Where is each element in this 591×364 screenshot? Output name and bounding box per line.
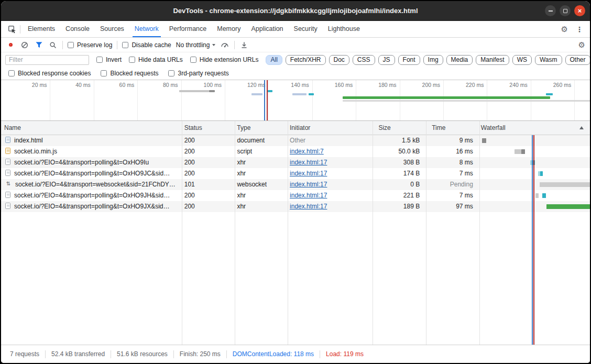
tab-lighthouse[interactable]: Lighthouse bbox=[323, 21, 365, 37]
waterfall-bar bbox=[542, 193, 546, 198]
filter-pill-font[interactable]: Font bbox=[398, 55, 420, 65]
overview-tick-label: 100 ms bbox=[190, 82, 222, 88]
requests-table-body: index.html200documentOther1.5 kB9 mssock… bbox=[1, 135, 590, 212]
blocked-response-cookies-label: Blocked response cookies bbox=[18, 70, 91, 77]
search-button[interactable] bbox=[48, 40, 58, 50]
tab-console[interactable]: Console bbox=[60, 21, 95, 37]
hide-data-urls-checkbox[interactable]: Hide data URLs bbox=[129, 56, 183, 63]
column-header-type[interactable]: Type bbox=[234, 121, 287, 135]
table-row[interactable]: socket.io/?EIO=4&transport=polling&t=OxH… bbox=[1, 201, 590, 212]
status-item: 52.4 kB transferred bbox=[46, 350, 111, 358]
column-header-waterfall[interactable]: Waterfall bbox=[478, 121, 590, 135]
column-header-name[interactable]: Name bbox=[1, 121, 181, 135]
overview-gridline bbox=[50, 80, 50, 120]
name-cell: socket.io/?EIO=4&transport=polling&t=OxH… bbox=[1, 190, 181, 201]
tab-memory[interactable]: Memory bbox=[212, 21, 246, 37]
column-header-status[interactable]: Status bbox=[181, 121, 234, 135]
script-icon bbox=[5, 148, 10, 154]
table-row[interactable]: ⇅socket.io/?EIO=4&transport=websocket&si… bbox=[1, 179, 590, 190]
filter-pill-wasm[interactable]: Wasm bbox=[535, 55, 562, 65]
filter-pill-fetch-xhr[interactable]: Fetch/XHR bbox=[286, 55, 326, 65]
initiator-link[interactable]: index.html:17 bbox=[290, 181, 327, 188]
filter-pill-css[interactable]: CSS bbox=[353, 55, 375, 65]
tab-security[interactable]: Security bbox=[289, 21, 323, 37]
minimize-button[interactable] bbox=[545, 5, 556, 16]
initiator-link[interactable]: index.html:17 bbox=[290, 159, 327, 166]
table-row[interactable]: socket.io/?EIO=4&transport=polling&t=OxH… bbox=[1, 157, 590, 168]
network-conditions-button[interactable] bbox=[220, 40, 229, 50]
preserve-log-checkbox[interactable]: Preserve log bbox=[68, 41, 112, 49]
hide-extension-urls-checkbox[interactable]: Hide extension URLs bbox=[190, 56, 259, 63]
blocked-response-cookies-checkbox[interactable]: Blocked response cookies bbox=[8, 70, 91, 77]
column-header-size[interactable]: Size bbox=[371, 121, 424, 135]
overview-tick-label: 240 ms bbox=[496, 82, 528, 88]
close-icon: × bbox=[578, 7, 582, 15]
tab-performance[interactable]: Performance bbox=[164, 21, 212, 37]
clear-button[interactable] bbox=[20, 40, 29, 50]
import-har-button[interactable] bbox=[239, 40, 249, 50]
waterfall-bar bbox=[546, 204, 590, 209]
table-row[interactable]: socket.io/?EIO=4&transport=polling&t=OxH… bbox=[1, 190, 590, 201]
overview-tick-label: 120 ms bbox=[234, 82, 265, 88]
waterfall-cell bbox=[478, 146, 590, 157]
tab-sources[interactable]: Sources bbox=[95, 21, 129, 37]
table-row[interactable]: index.html200documentOther1.5 kB9 ms bbox=[1, 135, 590, 146]
status-cell: 101 bbox=[181, 179, 234, 190]
table-row[interactable]: socket.io.min.js200scriptindex.html:750.… bbox=[1, 146, 590, 157]
checkbox-icon bbox=[68, 42, 74, 48]
filter-pill-other[interactable]: Other bbox=[565, 55, 590, 65]
filter-pill-img[interactable]: Img bbox=[423, 55, 443, 65]
filter-toggle-button[interactable] bbox=[34, 40, 43, 50]
initiator-link[interactable]: index.html:17 bbox=[290, 203, 327, 210]
timeline-overview[interactable]: 20 ms40 ms60 ms80 ms100 ms120 ms140 ms16… bbox=[1, 80, 590, 121]
time-cell: 16 ms bbox=[424, 146, 478, 157]
third-party-requests-checkbox[interactable]: 3rd-party requests bbox=[168, 70, 228, 77]
disable-cache-checkbox[interactable]: Disable cache bbox=[122, 41, 171, 49]
column-header-initiator[interactable]: Initiator bbox=[287, 121, 371, 135]
blocked-requests-checkbox[interactable]: Blocked requests bbox=[101, 70, 158, 77]
overview-bar bbox=[343, 100, 590, 102]
table-row[interactable]: socket.io/?EIO=4&transport=polling&t=OxH… bbox=[1, 168, 590, 179]
network-settings-gear-icon[interactable]: ⚙ bbox=[578, 41, 585, 49]
hide-data-urls-label: Hide data URLs bbox=[138, 56, 183, 63]
filter-pill-manifest[interactable]: Manifest bbox=[476, 55, 509, 65]
overview-bar bbox=[343, 96, 550, 99]
request-name: socket.io/?EIO=4&transport=polling&t=OxH… bbox=[14, 203, 169, 210]
maximize-button[interactable] bbox=[560, 5, 571, 16]
overview-tick-label: 180 ms bbox=[365, 82, 397, 88]
inspect-element-button[interactable] bbox=[4, 21, 20, 37]
overview-tick-label: 60 ms bbox=[103, 82, 134, 88]
initiator-link[interactable]: index.html:17 bbox=[290, 192, 327, 199]
settings-gear-icon[interactable]: ⚙ bbox=[561, 25, 568, 33]
blocked-requests-label: Blocked requests bbox=[110, 70, 158, 77]
filter-pill-all[interactable]: All bbox=[266, 55, 282, 65]
checkbox-icon bbox=[122, 42, 128, 48]
size-cell: 0 B bbox=[371, 179, 424, 190]
devtools-window: DevTools - chrome-extension://jdgkbifmkk… bbox=[1, 1, 590, 363]
titlebar[interactable]: DevTools - chrome-extension://jdgkbifmkk… bbox=[1, 1, 590, 21]
name-cell: socket.io/?EIO=4&transport=polling&t=OxH… bbox=[1, 157, 181, 168]
initiator-link[interactable]: index.html:17 bbox=[290, 170, 327, 177]
load-time: Load: 119 ms bbox=[320, 350, 369, 358]
overview-bar bbox=[209, 90, 215, 92]
name-cell: ⇅socket.io/?EIO=4&transport=websocket&si… bbox=[1, 179, 181, 190]
more-options-icon[interactable]: ⋮ bbox=[576, 25, 583, 34]
maximize-icon bbox=[563, 9, 567, 13]
initiator-cell: index.html:7 bbox=[287, 146, 371, 157]
invert-checkbox[interactable]: Invert bbox=[96, 56, 122, 63]
filter-pill-doc[interactable]: Doc bbox=[329, 55, 349, 65]
tab-network[interactable]: Network bbox=[129, 21, 164, 37]
close-button[interactable]: × bbox=[574, 5, 585, 16]
filter-pill-ws[interactable]: WS bbox=[512, 55, 532, 65]
network-conditions-icon bbox=[221, 41, 229, 49]
filter-input[interactable] bbox=[5, 55, 89, 65]
tab-application[interactable]: Application bbox=[246, 21, 288, 37]
record-icon bbox=[9, 43, 13, 47]
column-header-time[interactable]: Time bbox=[424, 121, 478, 135]
filter-pill-js[interactable]: JS bbox=[378, 55, 395, 65]
filter-pill-media[interactable]: Media bbox=[446, 55, 473, 65]
initiator-link[interactable]: index.html:7 bbox=[290, 148, 324, 155]
throttling-dropdown[interactable]: No throttling bbox=[176, 41, 216, 49]
record-button[interactable] bbox=[6, 40, 15, 50]
tab-elements[interactable]: Elements bbox=[23, 21, 60, 37]
